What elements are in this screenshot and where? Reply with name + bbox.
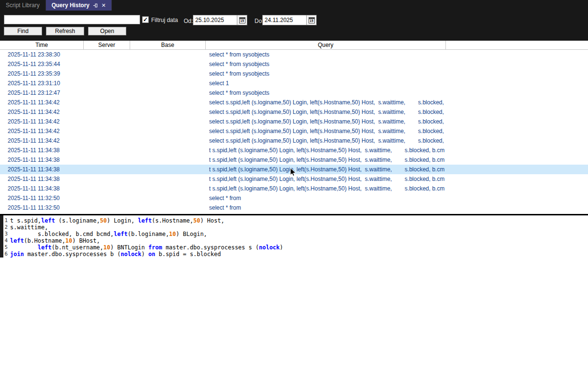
cell-time: 2025-11-11 11:34:42 <box>0 128 84 134</box>
cell-time: 2025-11-11 11:34:42 <box>0 109 84 115</box>
cell-time: 2025-11-11 11:34:38 <box>0 185 84 192</box>
cell-time: 2025-11-11 11:34:42 <box>0 137 84 144</box>
find-button[interactable]: Find <box>4 27 42 35</box>
tab-bar: Script Library Query History ✕ <box>0 0 588 11</box>
query-grid-body: 2025-11-11 23:38:30select * from sysobje… <box>0 50 588 213</box>
line-number: 3 <box>4 231 10 237</box>
cell-time: 2025-11-11 11:34:38 <box>0 166 84 173</box>
cell-query: t s.spid,left (s.loginame,50) Login, lef… <box>206 157 446 163</box>
search-input[interactable] <box>4 15 140 24</box>
cell-query: select * from sysobjects <box>206 61 446 67</box>
line-number: 6 <box>4 251 10 258</box>
table-row[interactable]: 2025-11-11 11:34:42select s.spid,left (s… <box>0 107 588 117</box>
code-line: 2s.waittime, <box>0 224 588 231</box>
cell-query: select * from <box>206 195 446 202</box>
code-line: 4left(b.Hostname,10) BHost, <box>0 237 588 244</box>
code-text: left(b.Hostname,10) BHost, <box>10 237 100 244</box>
cell-time: 2025-11-11 11:34:38 <box>0 157 84 163</box>
cell-query: t s.spid,left (s.loginame,50) Login, lef… <box>206 185 446 192</box>
cell-time: 2025-11-11 11:32:50 <box>0 204 84 211</box>
table-row[interactable]: 2025-11-11 11:34:42select s.spid,left (s… <box>0 126 588 136</box>
code-text: s.blocked, b.cmd bcmd,left(b.loginame,10… <box>10 231 207 237</box>
line-number: 4 <box>4 237 10 244</box>
cell-query: t s.spid,left (s.loginame,50) Login, lef… <box>206 166 446 173</box>
table-row[interactable]: 2025-11-11 23:38:30select * from sysobje… <box>0 50 588 59</box>
line-number: 2 <box>4 224 10 231</box>
date-from-input[interactable] <box>193 15 237 25</box>
tab-script-library[interactable]: Script Library <box>0 0 46 11</box>
cell-time: 2025-11-11 11:34:38 <box>0 176 84 182</box>
editor-lines: 1t s.spid,left (s.loginame,50) Login, le… <box>0 217 588 258</box>
cell-query: t s.spid,left (s.loginame,50) Login, lef… <box>206 176 446 182</box>
open-button[interactable]: Open <box>88 27 126 35</box>
table-row[interactable]: 2025-11-11 23:35:39select * from sysobje… <box>0 69 588 78</box>
table-row[interactable]: 2025-11-11 11:34:38t s.spid,left (s.logi… <box>0 155 588 165</box>
calendar-icon: 15 <box>309 17 315 23</box>
code-text: s.waittime, <box>10 224 48 231</box>
cell-time: 2025-11-11 11:34:38 <box>0 147 84 154</box>
date-from-label: Od: <box>184 18 193 24</box>
code-line: 6join master.dbo.sysprocesses b (nolock)… <box>0 251 588 258</box>
cell-time: 2025-11-11 23:35:44 <box>0 61 84 67</box>
cell-query: t s.spid,left (s.loginame,50) Login, lef… <box>206 147 446 154</box>
pin-icon[interactable] <box>93 3 98 8</box>
cell-query: select * from sysobjects <box>206 51 446 58</box>
cell-query: select s.spid,left (s.loginame,50) Login… <box>206 109 446 115</box>
query-history-grid: Time Server Base Query 2025-11-11 23:38:… <box>0 41 588 214</box>
cell-time: 2025-11-11 11:34:42 <box>0 99 84 106</box>
column-header-base[interactable]: Base <box>130 41 206 49</box>
table-row[interactable]: 2025-11-11 11:34:42select s.spid,left (s… <box>0 98 588 107</box>
cell-time: 2025-11-11 11:32:50 <box>0 195 84 202</box>
calendar-icon: 15 <box>239 17 245 23</box>
filter-label: Filtruj data <box>151 17 178 23</box>
date-to-field: 15 <box>262 15 317 25</box>
filter-checkbox[interactable]: ✓ <box>142 16 149 23</box>
tab-query-history[interactable]: Query History ✕ <box>46 0 112 11</box>
cell-query: select s.spid,left (s.loginame,50) Login… <box>206 128 446 134</box>
table-row[interactable]: 2025-11-11 23:31:10select 1 <box>0 78 588 88</box>
grid-header: Time Server Base Query <box>0 41 588 50</box>
cell-query: select * from sysobjects <box>206 70 446 77</box>
cell-query: select s.spid,left (s.loginame,50) Login… <box>206 137 446 144</box>
date-to-input[interactable] <box>263 15 306 25</box>
table-row[interactable]: 2025-11-11 11:32:50select * from <box>0 193 588 203</box>
code-line: 5 left(b.nt_username,10) BNTLogin from m… <box>0 244 588 251</box>
cell-time: 2025-11-11 11:34:42 <box>0 118 84 125</box>
table-row[interactable]: 2025-11-11 11:32:50select * from <box>0 203 588 213</box>
code-line: 1t s.spid,left (s.loginame,50) Login, le… <box>0 217 588 224</box>
cell-time: 2025-11-11 23:31:10 <box>0 80 84 87</box>
close-icon[interactable]: ✕ <box>101 2 106 9</box>
column-header-server[interactable]: Server <box>84 41 130 49</box>
cell-time: 2025-11-11 23:35:39 <box>0 70 84 77</box>
table-row[interactable]: 2025-11-11 11:34:38t s.spid,left (s.logi… <box>0 165 588 174</box>
tab-label: Query History <box>52 2 89 9</box>
refresh-button[interactable]: Refresh <box>46 27 84 35</box>
date-from-field: 15 <box>193 15 247 25</box>
table-row[interactable]: 2025-11-11 23:35:44select * from sysobje… <box>0 59 588 69</box>
editor-gutter-strip <box>0 215 3 258</box>
table-row[interactable]: 2025-11-11 23:12:47select * from sysobje… <box>0 88 588 98</box>
sql-editor[interactable]: 1t s.spid,left (s.loginame,50) Login, le… <box>0 215 588 392</box>
table-row[interactable]: 2025-11-11 11:34:38t s.spid,left (s.logi… <box>0 184 588 193</box>
table-row[interactable]: 2025-11-11 11:34:38t s.spid,left (s.logi… <box>0 174 588 184</box>
table-row[interactable]: 2025-11-11 11:34:38t s.spid,left (s.logi… <box>0 146 588 155</box>
tab-label: Script Library <box>6 2 40 9</box>
top-toolbar-area: Script Library Query History ✕ ✓ Filtruj… <box>0 0 588 41</box>
code-line: 3 s.blocked, b.cmd bcmd,left(b.loginame,… <box>0 231 588 237</box>
cell-query: select s.spid,left (s.loginame,50) Login… <box>206 118 446 125</box>
column-header-query[interactable]: Query <box>206 41 446 49</box>
cell-query: select s.spid,left (s.loginame,50) Login… <box>206 99 446 106</box>
column-header-time[interactable]: Time <box>0 41 84 49</box>
cell-query: select 1 <box>206 80 446 87</box>
code-text: left(b.nt_username,10) BNTLogin from mas… <box>10 244 283 251</box>
table-row[interactable]: 2025-11-11 11:34:42select s.spid,left (s… <box>0 136 588 146</box>
table-row[interactable]: 2025-11-11 11:34:42select s.spid,left (s… <box>0 117 588 126</box>
column-header-empty <box>446 41 588 49</box>
cell-query: select * from sysobjects <box>206 90 446 96</box>
date-from-calendar-button[interactable]: 15 <box>237 15 247 25</box>
line-number: 1 <box>4 217 10 224</box>
code-text: t s.spid,left (s.loginame,50) Login, lef… <box>10 217 224 224</box>
code-text: join master.dbo.sysprocesses b (nolock) … <box>10 251 221 258</box>
date-to-calendar-button[interactable]: 15 <box>306 15 316 25</box>
cell-time: 2025-11-11 23:38:30 <box>0 51 84 58</box>
